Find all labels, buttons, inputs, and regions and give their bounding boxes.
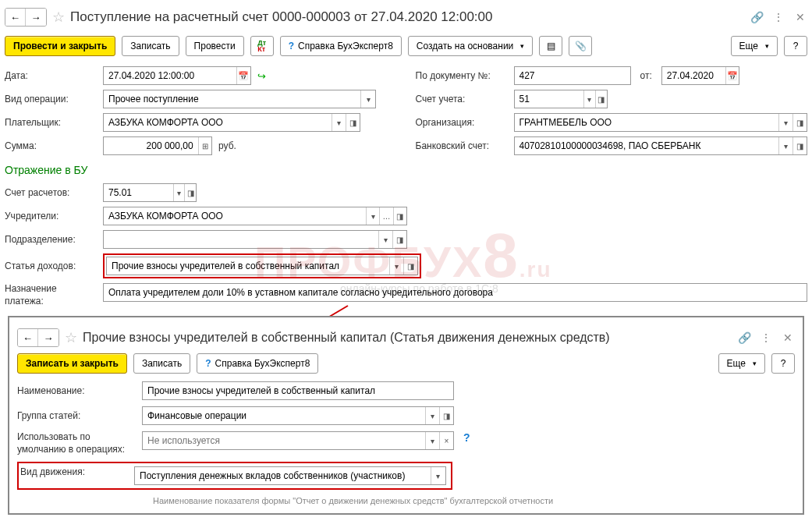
income-label: Статья доходов: <box>5 260 97 271</box>
clear-icon[interactable]: × <box>439 432 453 449</box>
dropdown-icon[interactable]: ▾ <box>431 467 445 484</box>
popup-q-button[interactable]: ? <box>771 353 795 374</box>
close-icon[interactable]: ✕ <box>793 10 807 24</box>
form-columns: Дата: 📅 ↪ Вид операции: ▾ Плательщик: ▾ <box>5 64 807 158</box>
forward-button[interactable]: → <box>26 9 46 26</box>
dropdown-icon[interactable]: ▾ <box>389 257 403 275</box>
account-label: Счет учета: <box>416 94 508 105</box>
kind-highlight: Вид движения: ▾ <box>17 462 452 490</box>
settle-input[interactable] <box>104 184 173 201</box>
popup-save-close-button[interactable]: Записать и закрыть <box>17 353 127 374</box>
calc-icon[interactable]: ⊞ <box>198 137 211 154</box>
struct-button[interactable]: ▤ <box>539 36 562 56</box>
settle-label: Счет расчетов: <box>5 187 97 198</box>
org-input[interactable] <box>515 114 778 131</box>
open-icon[interactable]: ◨ <box>792 137 807 154</box>
popup-help-label: Справка БухЭксперт8 <box>215 358 310 369</box>
dropdown-icon[interactable]: ▾ <box>332 114 346 131</box>
founders-input[interactable] <box>104 207 366 225</box>
help-q-button[interactable]: ? <box>784 36 807 56</box>
open-icon[interactable]: ◨ <box>403 257 417 275</box>
dropdown-icon[interactable]: ▾ <box>583 90 595 108</box>
help-button[interactable]: ?Справка БухЭксперт8 <box>280 36 402 56</box>
docnum-input[interactable] <box>515 67 630 84</box>
popup-back-button[interactable]: ← <box>18 329 38 346</box>
dropdown-icon[interactable]: ▾ <box>778 137 792 154</box>
open-icon[interactable]: ◨ <box>595 90 607 108</box>
popup-more-button[interactable]: Еще <box>718 353 765 374</box>
popup-name-field <box>142 381 454 400</box>
dropdown-icon[interactable]: ▾ <box>425 407 439 424</box>
nav-group: ← → <box>5 8 47 27</box>
popup-kind-field: ▾ <box>134 466 446 485</box>
optype-input[interactable] <box>104 90 360 108</box>
org-field: ▾ ◨ <box>514 113 808 132</box>
dtkt-button[interactable]: ДтКт <box>250 36 274 56</box>
org-label: Организация: <box>416 117 508 128</box>
account-field: ▾ ◨ <box>514 90 608 108</box>
payer-input[interactable] <box>104 114 332 131</box>
of-date-input[interactable] <box>662 67 726 84</box>
docnum-field <box>514 66 631 85</box>
payer-field: ▾ ◨ <box>103 113 360 132</box>
popup-menu-icon[interactable]: ⋮ <box>759 331 773 345</box>
popup-star-icon[interactable]: ☆ <box>64 331 78 345</box>
post-button[interactable]: Провести <box>186 36 244 56</box>
posted-icon: ↪ <box>257 70 266 82</box>
date-field: 📅 <box>103 66 251 85</box>
save-button[interactable]: Записать <box>122 36 179 56</box>
create-based-button[interactable]: Создать на основании <box>408 36 534 56</box>
purpose-input[interactable] <box>104 284 807 301</box>
open-icon[interactable]: ◨ <box>439 407 453 424</box>
sum-label: Сумма: <box>5 140 97 151</box>
menu-icon[interactable]: ⋮ <box>771 10 785 24</box>
help-icon[interactable]: ? <box>460 431 470 444</box>
calendar-icon[interactable]: 📅 <box>236 67 250 84</box>
founders-field: ▾ … ◨ <box>103 207 407 225</box>
post-and-close-button[interactable]: Провести и закрыть <box>5 36 115 56</box>
bank-label: Банковский счет: <box>416 140 508 151</box>
popup-link-icon[interactable]: 🔗 <box>737 331 751 345</box>
popup-group-input[interactable] <box>143 407 425 424</box>
sum-input[interactable] <box>104 137 198 154</box>
dropdown-icon[interactable]: ▾ <box>425 432 439 449</box>
dropdown-icon[interactable]: ▾ <box>173 184 185 201</box>
open-icon[interactable]: ◨ <box>346 114 360 131</box>
popup-hint: Наименование показателя формы "Отчет о д… <box>17 493 795 505</box>
toolbar: Провести и закрыть Записать Провести ДтК… <box>5 34 807 64</box>
attach-button[interactable]: 📎 <box>569 36 592 56</box>
open-icon[interactable]: ◨ <box>792 114 807 131</box>
dropdown-icon[interactable]: ▾ <box>366 207 379 225</box>
bank-input[interactable] <box>515 137 778 154</box>
dropdown-icon[interactable]: ▾ <box>360 90 375 108</box>
popup-window: ← → ☆ Прочие взносы учредителей в собств… <box>8 316 804 515</box>
division-field: ▾ ◨ <box>103 230 407 249</box>
income-input[interactable] <box>107 257 389 275</box>
back-button[interactable]: ← <box>5 9 26 26</box>
dropdown-icon[interactable]: ▾ <box>378 231 392 248</box>
popup-usedefault-input[interactable] <box>143 432 425 449</box>
popup-help-button[interactable]: ?Справка БухЭксперт8 <box>197 353 318 374</box>
docnum-label: По документу №: <box>416 70 508 81</box>
titlebar: ← → ☆ Поступление на расчетный счет 0000… <box>5 5 807 34</box>
division-input[interactable] <box>104 231 378 248</box>
popup-name-label: Наименование: <box>17 385 136 396</box>
more-button[interactable]: Еще <box>731 36 778 56</box>
popup-name-input[interactable] <box>143 382 453 399</box>
open-icon[interactable]: ◨ <box>392 231 406 248</box>
account-input[interactable] <box>515 90 584 108</box>
popup-kind-input[interactable] <box>135 467 431 484</box>
star-icon[interactable]: ☆ <box>51 10 66 24</box>
ellipsis-icon[interactable]: … <box>379 207 392 225</box>
popup-forward-button[interactable]: → <box>38 329 59 346</box>
dropdown-icon[interactable]: ▾ <box>778 114 792 131</box>
popup-save-button[interactable]: Записать <box>133 353 190 374</box>
open-icon[interactable]: ◨ <box>184 184 196 201</box>
open-icon[interactable]: ◨ <box>393 207 406 225</box>
popup-kind-label: Вид движения: <box>20 466 134 485</box>
calendar-icon[interactable]: 📅 <box>725 67 738 84</box>
date-input[interactable] <box>104 67 236 84</box>
currency-label: руб. <box>218 140 236 151</box>
link-icon[interactable]: 🔗 <box>750 10 764 24</box>
popup-close-icon[interactable]: ✕ <box>781 331 795 345</box>
